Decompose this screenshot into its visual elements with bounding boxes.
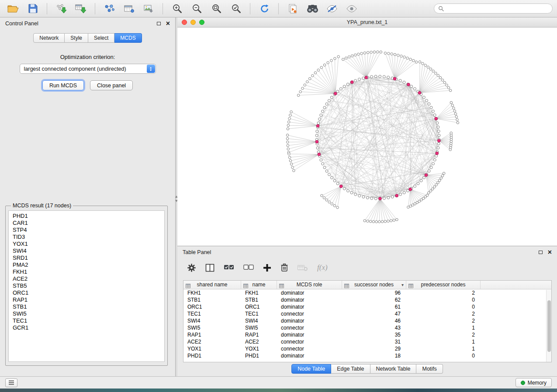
network-node[interactable] (328, 99, 330, 102)
import-network-file-icon[interactable] (52, 2, 70, 16)
network-node[interactable] (430, 106, 432, 109)
network-node[interactable] (317, 69, 320, 72)
network-node[interactable] (429, 190, 432, 193)
mcds-result-item[interactable]: FKH1 (13, 268, 160, 275)
status-menu-button[interactable] (5, 378, 17, 387)
add-column-icon[interactable] (263, 264, 271, 272)
network-node[interactable] (403, 191, 405, 194)
cell-shared-name[interactable]: PHD1 (183, 352, 241, 359)
network-node[interactable] (412, 59, 415, 62)
mcds-result-item[interactable]: TID3 (13, 234, 160, 241)
network-node[interactable] (287, 148, 290, 151)
cell-shared-name[interactable]: STB1 (183, 296, 241, 303)
cell-MCDS-role[interactable]: dominator (277, 331, 342, 338)
network-node[interactable] (346, 83, 349, 86)
cell-name[interactable]: TEC1 (241, 310, 277, 317)
network-node[interactable] (440, 177, 443, 179)
network-node[interactable] (325, 170, 328, 172)
network-node[interactable] (434, 72, 437, 75)
network-node[interactable] (423, 176, 426, 179)
network-node[interactable] (325, 199, 328, 201)
refresh-view-icon[interactable] (256, 2, 273, 16)
cell-MCDS-role[interactable]: connector (277, 310, 342, 317)
mcds-result-item[interactable]: STB1 (13, 303, 160, 310)
network-node[interactable] (287, 121, 290, 124)
cell-successor-nodes[interactable]: 47 (342, 310, 406, 317)
cell-predecessor-nodes[interactable]: 0 (406, 296, 481, 303)
network-node[interactable] (383, 197, 385, 199)
tab-mcds[interactable]: MCDS (114, 33, 142, 43)
network-node[interactable] (427, 192, 430, 194)
network-node[interactable] (417, 182, 419, 185)
node-SWI5[interactable] (378, 197, 381, 200)
network-node[interactable] (437, 130, 440, 133)
network-node[interactable] (351, 55, 353, 57)
cell-shared-name[interactable]: FKH1 (183, 289, 241, 296)
network-canvas[interactable] (177, 28, 557, 246)
mcds-result-item[interactable]: STB5 (13, 282, 160, 289)
network-node[interactable] (333, 205, 336, 207)
node-FKH1[interactable] (418, 91, 421, 94)
network-node[interactable] (432, 70, 435, 72)
network-node[interactable] (432, 162, 434, 165)
mcds-result-item[interactable]: GCR1 (13, 324, 160, 331)
network-node[interactable] (318, 118, 321, 120)
column-header-shared-name[interactable]: shared name (183, 281, 241, 289)
network-node[interactable] (428, 103, 430, 105)
network-node[interactable] (377, 51, 379, 53)
network-node[interactable] (437, 182, 439, 184)
network-node[interactable] (454, 113, 457, 115)
network-node[interactable] (337, 55, 340, 58)
network-node[interactable] (414, 87, 416, 90)
unselect-all-columns-icon[interactable] (243, 264, 254, 272)
network-node[interactable] (311, 75, 314, 77)
network-node[interactable] (446, 84, 448, 86)
network-node[interactable] (391, 53, 393, 55)
column-header-name[interactable]: name (241, 281, 277, 289)
float-table-panel-icon[interactable] (539, 251, 543, 254)
cell-successor-nodes[interactable]: 31 (342, 338, 406, 345)
network-node[interactable] (419, 61, 421, 63)
network-node[interactable] (370, 76, 373, 78)
run-mcds-button[interactable]: Run MCDS (42, 80, 84, 90)
table-row[interactable]: SWI5SWI5connector431 (183, 324, 551, 331)
network-node[interactable] (289, 114, 292, 117)
network-node[interactable] (403, 56, 406, 58)
mcds-result-item[interactable]: TEC1 (13, 317, 160, 324)
column-header-MCDS-role[interactable]: MCDS role (277, 281, 342, 289)
network-node[interactable] (447, 86, 450, 89)
network-node[interactable] (328, 201, 331, 203)
network-node[interactable] (322, 110, 324, 113)
cell-shared-name[interactable]: SWI5 (183, 324, 241, 331)
cell-name[interactable]: ORC1 (241, 303, 277, 310)
cell-predecessor-nodes[interactable]: 2 (406, 310, 481, 317)
tab-node-table[interactable]: Node Table (291, 364, 331, 374)
new-network-icon[interactable] (100, 2, 118, 16)
import-table-file-icon[interactable] (72, 2, 90, 16)
network-node[interactable] (387, 52, 390, 55)
delete-column-trash-icon[interactable] (280, 263, 288, 272)
mcds-result-item[interactable]: STP4 (13, 227, 160, 234)
node-GCR1[interactable] (395, 194, 398, 197)
mcds-result-item[interactable]: ACE2 (13, 275, 160, 282)
show-all-icon[interactable] (343, 2, 360, 16)
network-node[interactable] (357, 53, 360, 55)
mcds-result-list[interactable]: PHD1CAR1STP4TID3YOX1SWI4SRD1PMA2FKH1ACE2… (8, 210, 165, 362)
table-scrollbar[interactable] (546, 290, 551, 362)
network-node[interactable] (451, 104, 454, 107)
network-node[interactable] (414, 185, 416, 187)
cell-MCDS-role[interactable]: connector (277, 345, 342, 352)
search-box[interactable] (434, 3, 553, 14)
network-node[interactable] (367, 220, 369, 223)
scrollbar-thumb[interactable] (547, 300, 551, 352)
save-session-icon[interactable] (24, 2, 42, 16)
network-node[interactable] (409, 58, 412, 61)
network-node[interactable] (422, 96, 425, 99)
network-node[interactable] (287, 127, 289, 130)
network-node[interactable] (360, 52, 363, 55)
cell-predecessor-nodes[interactable]: 0 (406, 352, 481, 359)
network-node[interactable] (333, 179, 336, 182)
network-node[interactable] (315, 134, 318, 137)
network-node[interactable] (438, 179, 441, 182)
network-node[interactable] (456, 118, 459, 121)
